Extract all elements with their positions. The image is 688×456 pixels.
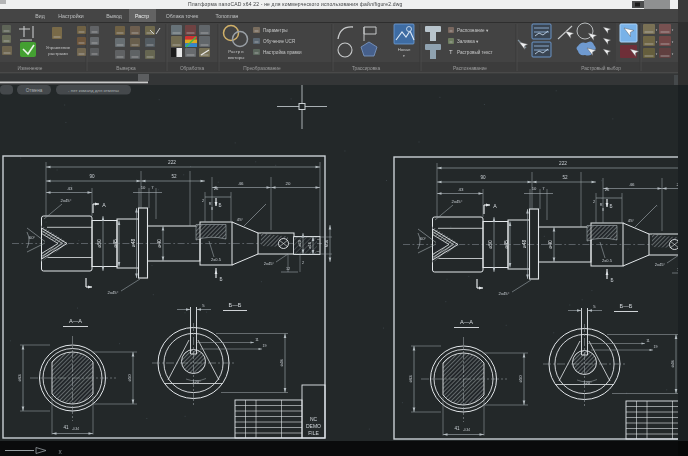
svg-text:Преобразование: Преобразование bbox=[243, 66, 281, 71]
svg-text:Управление: Управление bbox=[46, 45, 71, 50]
svg-text:Новая: Новая bbox=[398, 47, 411, 52]
svg-text:Вид: Вид bbox=[35, 13, 44, 19]
svg-text:Обработка: Обработка bbox=[180, 66, 205, 71]
svg-text:Облака точек: Облака точек bbox=[166, 13, 199, 19]
svg-text:растрами: растрами bbox=[48, 51, 68, 56]
svg-text:Распознание ▾: Распознание ▾ bbox=[457, 28, 489, 33]
svg-text:Трассировка: Трассировка bbox=[352, 66, 381, 71]
svg-text:Растр: Растр bbox=[135, 13, 149, 19]
svg-text:Растровый текст: Растровый текст bbox=[457, 49, 494, 55]
svg-text:T: T bbox=[449, 49, 453, 55]
svg-text:Растровый выбор: Растровый выбор bbox=[581, 65, 621, 71]
svg-text:Параметры: Параметры bbox=[263, 28, 288, 33]
svg-text:Распознавание: Распознавание bbox=[453, 66, 487, 71]
svg-text:▾: ▾ bbox=[403, 54, 405, 58]
svg-text:Настройки: Настройки bbox=[58, 13, 84, 19]
svg-text:векторы: векторы bbox=[228, 55, 245, 60]
svg-text:- нет команд для отмены: - нет команд для отмены bbox=[68, 88, 119, 93]
svg-text:Заливка ▾: Заливка ▾ bbox=[457, 39, 479, 44]
svg-text:Настройка правки: Настройка правки bbox=[263, 49, 302, 55]
svg-text:Вывод: Вывод bbox=[106, 13, 122, 19]
svg-text:Топоплан: Топоплан bbox=[216, 13, 239, 19]
svg-text:Обучение UCR: Обучение UCR bbox=[263, 39, 296, 44]
svg-text:Растр в: Растр в bbox=[228, 49, 244, 54]
svg-text:Выверка: Выверка bbox=[116, 66, 136, 71]
svg-text:Отмена: Отмена bbox=[26, 88, 43, 93]
svg-text:Изменение: Изменение bbox=[18, 66, 43, 71]
svg-text:Платформа nanoCAD x64 22 - не: Платформа nanoCAD x64 22 - не для коммер… bbox=[188, 1, 402, 7]
